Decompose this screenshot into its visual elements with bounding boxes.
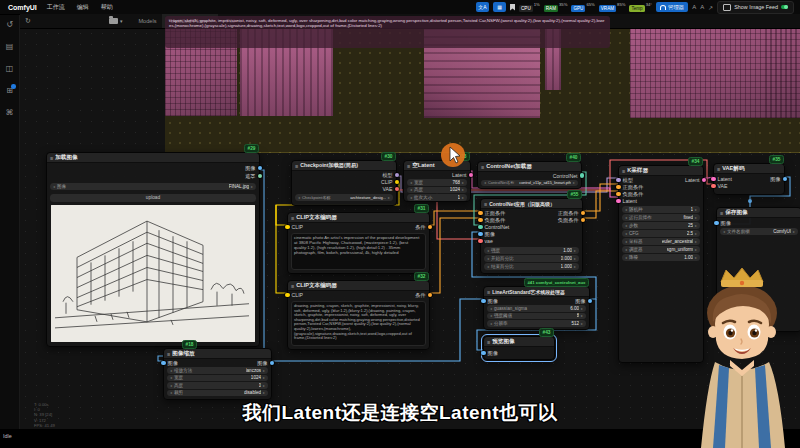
upload-button[interactable]: upload	[50, 194, 256, 202]
sidebar-queue-icon[interactable]: ▤	[6, 42, 14, 52]
input-slot-negative[interactable]: 负面条件	[621, 191, 643, 197]
output-slot-latent[interactable]: Latent	[452, 172, 468, 178]
open-workflow-folder-icon[interactable]	[109, 18, 118, 24]
chevron-down-icon[interactable]: ▾	[120, 18, 123, 24]
widget-intensity-threshold[interactable]: 强度阈值8	[487, 313, 586, 320]
output-slot-latent[interactable]: Latent	[685, 177, 701, 183]
widget-ckpt-name[interactable]: Checkpoint名称 archtexture_desig...	[295, 194, 393, 201]
widget-end-percent[interactable]: 结束百分比1.000	[484, 263, 579, 270]
hamburger-icon[interactable]: ≡	[291, 215, 294, 221]
sidebar-history-icon[interactable]: ↺	[6, 20, 13, 30]
node-title-bar[interactable]: ≡ LineArtStandard艺术线段处理器	[484, 287, 589, 297]
output-slot-negative[interactable]: 负面条件	[558, 217, 580, 223]
widget-width[interactable]: 宽度1024	[167, 375, 268, 382]
menu-edit[interactable]: 编辑	[77, 3, 89, 12]
node-title-bar[interactable]: ≡ 加载图像	[47, 153, 259, 163]
widget-strength[interactable]: 强度1.00	[484, 247, 579, 254]
hamburger-icon[interactable]: ≡	[622, 168, 625, 174]
hamburger-icon[interactable]: ≡	[407, 163, 410, 169]
bookmark-icon[interactable]	[510, 4, 515, 11]
font-size-icon[interactable]: A	[692, 4, 696, 10]
hamburger-icon[interactable]: ≡	[291, 283, 294, 289]
widget-controlnet-name[interactable]: ControlNet名称 control_v11p_sd15_lineart.p…	[481, 180, 578, 187]
output-slot-conditioning[interactable]: 条件	[415, 292, 427, 298]
input-slot-clip[interactable]: CLIP	[290, 292, 303, 298]
input-slot-latent[interactable]: Latent	[621, 198, 637, 204]
node-controlnet-loader[interactable]: #40 ≡ ControlNet加载器 ControlNet ControlNe…	[477, 161, 582, 189]
input-slot-clip[interactable]: CLIP	[290, 224, 303, 230]
widget-image-file[interactable]: 图像 FINAL.jpg	[50, 183, 256, 190]
hamburger-icon[interactable]: ≡	[717, 166, 720, 172]
input-slot-model[interactable]: 模型	[621, 177, 633, 183]
app-logo[interactable]: ComfyUI	[8, 4, 37, 11]
hamburger-icon[interactable]: ≡	[484, 201, 487, 207]
sidebar-node-library-icon[interactable]: ⊞	[6, 86, 13, 96]
hamburger-icon[interactable]: ≡	[487, 339, 490, 345]
hamburger-icon[interactable]: ≡	[487, 289, 490, 295]
widget-filename-prefix[interactable]: 文件名前缀ComfyUI	[720, 228, 798, 235]
output-slot-mask[interactable]: 遮罩	[245, 173, 257, 179]
history-icon[interactable]: ↻	[25, 17, 31, 25]
node-preview-image[interactable]: #43 ≡ 预览图像 图像	[483, 336, 555, 360]
node-clip-text-encode-negative[interactable]: #32 ≡ CLIP文本编码器 CLIP 条件 drawing, paintin…	[287, 280, 430, 350]
node-title-bar[interactable]: ≡ K采样器	[619, 166, 703, 176]
menu-workflow[interactable]: 工作流	[47, 3, 65, 12]
hamburger-icon[interactable]: ≡	[167, 351, 170, 357]
input-slot-positive[interactable]: 正面条件	[483, 210, 505, 216]
input-slot-controlnet[interactable]: ControlNet	[483, 224, 509, 230]
widget-width[interactable]: 宽度768	[407, 179, 467, 186]
input-slot-image[interactable]: 图像	[483, 231, 495, 237]
widget-upscale-method[interactable]: 缩放方法lanczos	[167, 367, 268, 374]
node-controlnet-apply[interactable]: #55 ≡ ControlNet应用（旧版高级） 正面条件 负面条件 Contr…	[480, 198, 583, 274]
node-title-bar[interactable]: ≡ 预览图像	[484, 337, 554, 347]
show-image-feed-toggle[interactable]: Show Image Feed	[717, 1, 794, 14]
node-load-image[interactable]: #29 ≡ 加载图像 图像 遮罩 图像 FINAL.jpg upload	[46, 152, 260, 347]
widget-denoise[interactable]: 降噪1.00	[622, 254, 700, 261]
input-slot-latent[interactable]: Latent	[716, 176, 732, 182]
hamburger-icon[interactable]: ≡	[50, 155, 53, 161]
output-slot-conditioning[interactable]: 条件	[415, 224, 427, 230]
output-slot-image[interactable]: 图像	[770, 176, 782, 182]
widget-crop[interactable]: 裁剪disabled	[167, 390, 268, 397]
widget-control-after-generate[interactable]: 运行后操作fixed	[622, 214, 700, 221]
node-lineart-preprocessor[interactable]: #41 comfyui_controlnet_aux ≡ LineArtStan…	[483, 286, 590, 330]
input-slot-vae[interactable]: vae	[483, 238, 493, 244]
menu-help[interactable]: 帮助	[101, 3, 113, 12]
widget-height[interactable]: 高度0	[167, 382, 268, 389]
output-slot-image[interactable]: 图像	[257, 360, 269, 366]
sidebar-templates-icon[interactable]: ⌘	[6, 108, 14, 118]
widget-batch-size[interactable]: 批次大小1	[407, 194, 467, 201]
output-slot-controlnet[interactable]: ControlNet	[553, 173, 579, 179]
input-slot-positive[interactable]: 正面条件	[621, 184, 643, 190]
node-clip-text-encode-positive[interactable]: #31 ≡ CLIP文本编码器 CLIP 条件 cinematic photo …	[287, 212, 430, 274]
node-title-bar[interactable]: ≡ ControlNet加载器	[478, 162, 581, 172]
share-icon[interactable]: ↗	[708, 4, 713, 11]
node-title-bar[interactable]: ≡ CLIP文本编码器	[288, 281, 429, 291]
node-checkpoint-loader[interactable]: #30 ≡ Checkpoint加载器(简易) 模型 CLIP VAE Chec…	[291, 160, 397, 206]
node-image-scale[interactable]: #18 ≡ 图像缩放 图像 图像 缩放方法lanczos 宽度1024 高度0 …	[163, 348, 272, 400]
queue-panel-icon[interactable]: ▦	[493, 2, 506, 12]
hamburger-icon[interactable]: ≡	[481, 164, 484, 170]
input-slot-image[interactable]: 图像	[166, 360, 178, 366]
output-slot-vae[interactable]: VAE	[383, 186, 395, 192]
input-slot-image[interactable]: 图像	[719, 220, 731, 226]
hamburger-icon[interactable]: ≡	[295, 163, 298, 169]
output-slot-image[interactable]: 图像	[245, 165, 257, 171]
widget-height[interactable]: 高度1024	[407, 187, 467, 194]
input-slot-image[interactable]: 图像	[486, 350, 498, 356]
prompt-textarea[interactable]: cinematic photo An artist's impression o…	[291, 233, 426, 270]
translate-icon[interactable]: 文A	[476, 2, 489, 12]
node-vae-decode[interactable]: #35 ≡ VAE解码 Latent VAE 图像	[713, 163, 785, 195]
widget-resolution[interactable]: 分辨率512	[487, 320, 586, 327]
output-slot-clip[interactable]: CLIP	[381, 179, 394, 185]
widget-steps[interactable]: 步数25	[622, 222, 700, 229]
hamburger-icon[interactable]: ≡	[720, 210, 723, 216]
node-title-bar[interactable]: ≡ CLIP文本编码器	[288, 213, 429, 223]
output-slot-model[interactable]: 模型	[382, 172, 394, 178]
input-slot-image[interactable]: 图像	[486, 298, 498, 304]
node-title-bar[interactable]: ≡ Checkpoint加载器(简易)	[292, 161, 396, 171]
widget-start-percent[interactable]: 开始百分比0.000	[484, 255, 579, 262]
widget-cfg[interactable]: CFG2.5	[622, 230, 700, 237]
node-title-bar[interactable]: ≡ VAE解码	[714, 164, 784, 174]
widget-gaussian-sigma[interactable]: guassian_sigma6.00	[487, 305, 586, 312]
